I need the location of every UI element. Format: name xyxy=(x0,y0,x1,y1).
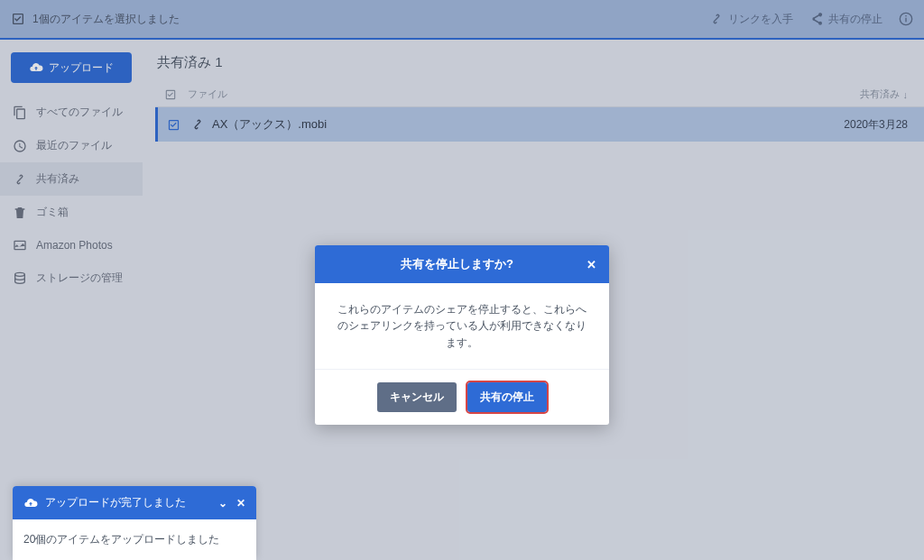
modal-overlay: 共有を停止しますか? ✕ これらのアイテムのシェアを停止すると、これらへのシェア… xyxy=(0,0,924,560)
confirm-stop-sharing-button[interactable]: 共有の停止 xyxy=(467,382,547,412)
close-icon[interactable]: ✕ xyxy=(236,497,245,510)
modal-header: 共有を停止しますか? ✕ xyxy=(315,245,609,283)
stop-sharing-modal: 共有を停止しますか? ✕ これらのアイテムのシェアを停止すると、これらへのシェア… xyxy=(315,245,609,425)
cancel-button[interactable]: キャンセル xyxy=(377,382,457,412)
toast-header: アップロードが完了しました ⌄ ✕ xyxy=(13,486,256,519)
toast-title: アップロードが完了しました xyxy=(45,495,186,510)
modal-close-button[interactable]: ✕ xyxy=(587,258,596,271)
upload-toast: アップロードが完了しました ⌄ ✕ 20個のアイテムをアップロードしました xyxy=(13,486,256,560)
modal-footer: キャンセル 共有の停止 xyxy=(315,369,609,425)
toast-body-text: 20個のアイテムをアップロードしました xyxy=(13,519,256,560)
modal-body-text: これらのアイテムのシェアを停止すると、これらへのシェアリンクを持っている人が利用… xyxy=(315,283,609,369)
chevron-down-icon[interactable]: ⌄ xyxy=(218,497,227,510)
modal-title: 共有を停止しますか? xyxy=(328,256,587,272)
cloud-upload-icon xyxy=(23,496,38,510)
